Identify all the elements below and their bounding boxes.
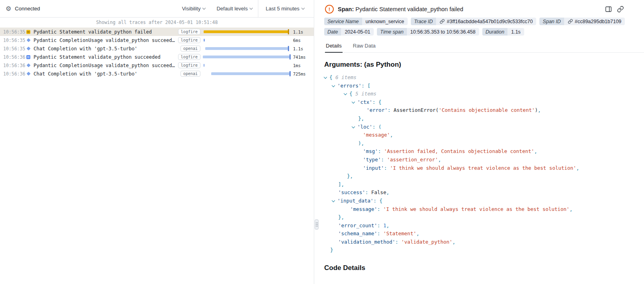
span-attribute-badges: Service Nameunknown_serviceTrace ID#3ff1…	[324, 18, 644, 36]
trace-row[interactable]: 10:56:35Pydantic CompletionUsage validat…	[0, 36, 314, 44]
trace-duration: 1.1s	[293, 46, 314, 51]
trace-timestamp: 10:56:36	[3, 71, 26, 77]
trace-span-name: Pydantic CompletionUsage validate_python…	[34, 38, 176, 43]
trace-row[interactable]: 10:56:36Pydantic Statement validate_pyth…	[0, 53, 314, 61]
code-line: 'errors': [	[324, 82, 644, 90]
code-line: ],	[324, 181, 644, 189]
warning-icon: !	[325, 5, 334, 14]
code-line: { 5 items	[324, 90, 644, 98]
chevron-down-icon	[301, 6, 305, 10]
chevron-down-icon	[250, 6, 253, 10]
code-line: 'msg': 'Assertion failed, Contains objec…	[324, 147, 644, 156]
trace-timeline	[203, 46, 291, 52]
trace-row[interactable]: 10:56:36Pydantic CompletionUsage validat…	[0, 61, 314, 70]
duration-bar-endcap	[288, 29, 289, 34]
connection-status-label: Connected	[15, 6, 40, 12]
badge-value: 10:56:35.353 to 10:56:36.458	[407, 28, 479, 36]
badge-value: #3ff16acbdde4a547b01d9c9c533fcc70	[436, 18, 536, 25]
attribute-badge: Service Nameunknown_service	[324, 18, 408, 25]
trace-span-name: Pydantic Statement validate_python faile…	[34, 29, 176, 35]
code-line: 'loc': (	[324, 123, 644, 131]
duration-bar	[205, 47, 289, 50]
visibility-label: Visibility	[182, 6, 201, 12]
code-line: 'error_count': 1,	[324, 222, 644, 230]
duration-bar-endcap	[288, 46, 289, 51]
code-details-heading: Code Details	[324, 264, 644, 272]
panel-gutter	[314, 0, 319, 284]
traces-panel: ⚙ Connected Visibility Default levels La…	[0, 0, 314, 284]
scope-badge: logfire	[178, 54, 200, 60]
attribute-badge: Date2024-05-01	[324, 28, 374, 36]
trace-timestamp: 10:56:36	[3, 63, 26, 68]
trace-span-name: Pydantic CompletionUsage validate_python…	[34, 63, 176, 68]
diamond-icon	[26, 39, 34, 42]
span-header-actions	[605, 6, 624, 13]
trace-duration: 1ms	[293, 63, 314, 68]
gear-icon[interactable]: ⚙	[6, 6, 11, 12]
code-line: 'type': 'assertion_error',	[324, 156, 644, 164]
diamond-icon	[26, 72, 34, 75]
scope-badge: logfire	[178, 37, 200, 43]
code-line: },	[324, 115, 644, 123]
trace-duration: 725ms	[293, 71, 314, 76]
duration-bar-endcap	[289, 54, 291, 60]
code-line: 'message',	[324, 131, 644, 139]
collapse-chevron-icon[interactable]	[332, 82, 337, 90]
duration-bar	[204, 39, 205, 42]
default-levels-dropdown[interactable]: Default levels	[211, 0, 258, 17]
badge-row: Date2024-05-01Time span10:56:35.353 to 1…	[324, 28, 644, 36]
collapse-chevron-icon[interactable]	[352, 98, 357, 107]
collapse-chevron-icon[interactable]	[352, 123, 357, 131]
span-header: ! Span: Pydantic Statement validate_pyth…	[324, 4, 644, 15]
duration-bar	[203, 56, 291, 58]
tab-raw-data[interactable]: Raw Data	[352, 41, 376, 53]
badge-value: 1.1s	[507, 28, 524, 36]
attribute-badge: Duration1.1s	[482, 28, 524, 36]
trace-timestamp: 10:56:35	[3, 46, 26, 52]
trace-timestamp: 10:56:36	[3, 54, 26, 60]
copy-link-icon[interactable]	[617, 6, 624, 13]
collapse-chevron-icon[interactable]	[324, 73, 329, 82]
panel-resize-handle[interactable]	[315, 219, 319, 230]
collapse-chevron-icon[interactable]	[344, 90, 349, 98]
default-levels-label: Default levels	[216, 6, 248, 12]
duration-bar	[211, 72, 291, 75]
badge-label: Span ID	[539, 18, 564, 25]
collapse-chevron-icon[interactable]	[332, 197, 337, 205]
trace-duration: 1.1s	[293, 30, 314, 34]
time-range-label: Last 5 minutes	[266, 6, 299, 12]
trace-row[interactable]: 10:56:36Chat Completion with 'gpt-3.5-tu…	[0, 70, 314, 78]
trace-timeline	[203, 71, 291, 77]
badge-label: Duration	[482, 28, 507, 36]
time-range-dropdown[interactable]: Last 5 minutes	[258, 0, 314, 17]
attribute-badge: Trace ID#3ff16acbdde4a547b01d9c9c533fcc7…	[411, 18, 536, 25]
trace-list: 10:56:35Pydantic Statement validate_pyth…	[0, 28, 314, 284]
drag-dots-icon	[316, 224, 317, 225]
badge-value: #cc89a295db1b7109	[564, 18, 625, 25]
badge-row: Service Nameunknown_serviceTrace ID#3ff1…	[324, 18, 644, 25]
code-line: },	[324, 172, 644, 181]
badge-label: Time span	[377, 28, 406, 36]
visibility-dropdown[interactable]: Visibility	[176, 0, 211, 17]
code-line: 'success': False,	[324, 189, 644, 197]
trace-span-name: Pydantic Statement validate_python succe…	[34, 54, 176, 60]
span-title-prefix: Span:	[338, 6, 354, 12]
tab-details[interactable]: Details	[325, 41, 343, 53]
badge-value: unknown_service	[362, 18, 408, 25]
duration-bar	[204, 30, 289, 33]
badge-label: Date	[324, 28, 341, 36]
code-line: 'ctx': {	[324, 98, 644, 107]
trace-row[interactable]: 10:56:35Pydantic Statement validate_pyth…	[0, 28, 314, 36]
trace-span-name: Chat Completion with 'gpt-3.5-turbo'	[34, 46, 179, 52]
traces-topbar: ⚙ Connected Visibility Default levels La…	[0, 0, 314, 18]
connection-status: ⚙ Connected	[6, 6, 40, 12]
chevron-down-icon	[202, 6, 206, 10]
trace-row[interactable]: 10:56:35Chat Completion with 'gpt-3.5-tu…	[0, 44, 314, 53]
code-line: 'message': 'I think we should always tre…	[324, 205, 644, 214]
diamond-icon	[26, 47, 34, 50]
trace-filter-status: Showing all traces after 2024-05-01 10:5…	[0, 18, 314, 28]
span-title: Span: Pydantic Statement validate_python…	[338, 6, 463, 12]
arguments-code-block: { 6 items'errors': [{ 5 items'ctx': {'er…	[324, 73, 644, 254]
open-panel-icon[interactable]	[605, 6, 612, 13]
trace-timeline	[203, 37, 291, 43]
